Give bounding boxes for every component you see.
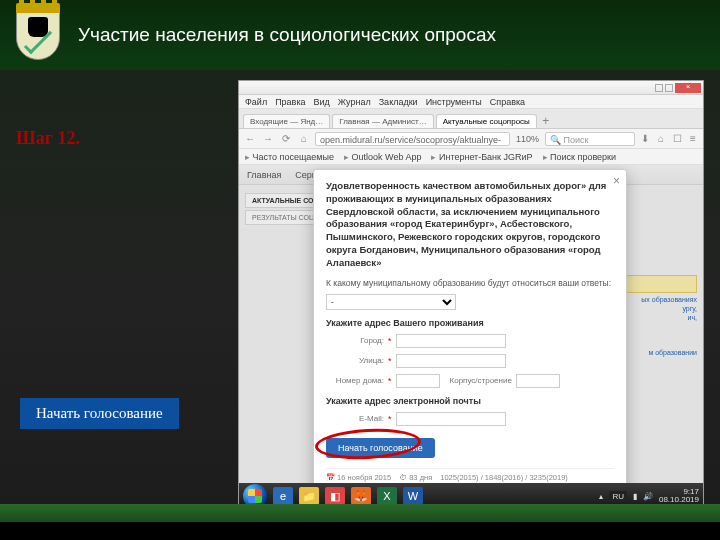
system-tray: ▴ RU ▮ 🔊 9:17 08.10.2019 xyxy=(599,488,699,504)
window-minimize-button[interactable] xyxy=(655,84,663,92)
city-input[interactable] xyxy=(396,334,506,348)
footer-date: 16 ноября 2015 xyxy=(326,473,391,482)
slide-footer xyxy=(0,504,720,522)
bookmark-item[interactable]: Outlook Web App xyxy=(344,152,421,162)
modal-title: Удовлетворенность качеством автомобильны… xyxy=(326,180,614,270)
footer-stats: 1025(2015) / 1848(2016) / 3235(2019) xyxy=(440,473,568,482)
email-heading: Укажите адрес электронной почты xyxy=(326,396,614,406)
email-label: E-Mail: xyxy=(326,414,384,423)
bookmark-item[interactable]: Поиск проверки xyxy=(543,152,617,162)
address-input[interactable]: open.midural.ru/service/socoprosy/aktual… xyxy=(315,132,510,146)
email-input[interactable] xyxy=(396,412,506,426)
menu-bookmarks[interactable]: Закладки xyxy=(379,97,418,107)
language-indicator[interactable]: RU xyxy=(609,491,627,502)
home-icon[interactable]: ⌂ xyxy=(297,132,311,146)
taskbar-ie-icon[interactable]: e xyxy=(273,487,293,505)
slide-body: Шаг 12. Начать голосование × Файл Правка… xyxy=(0,70,720,522)
municipality-select[interactable]: - xyxy=(326,294,456,310)
taskbar-word-icon[interactable]: W xyxy=(403,487,423,505)
coat-of-arms xyxy=(16,10,60,60)
search-placeholder: Поиск xyxy=(564,135,589,145)
close-icon[interactable]: × xyxy=(613,174,620,188)
window-maximize-button[interactable] xyxy=(665,84,673,92)
bookmark-item[interactable]: Интернет-Банк JGRиP xyxy=(431,152,532,162)
street-input[interactable] xyxy=(396,354,506,368)
city-label: Город: xyxy=(326,336,384,345)
menu-icon[interactable]: ≡ xyxy=(687,133,699,145)
browser-window: × Файл Правка Вид Журнал Закладки Инстру… xyxy=(238,80,704,510)
window-titlebar: × xyxy=(239,81,703,95)
taskbar-app-icon[interactable]: ◧ xyxy=(325,487,345,505)
vote-button-callout: Начать голосование xyxy=(20,398,179,429)
menu-file[interactable]: Файл xyxy=(245,97,267,107)
slide-title: Участие населения в социологических опро… xyxy=(78,24,496,46)
clock-date: 08.10.2019 xyxy=(659,496,699,504)
tray-sound-icon[interactable]: 🔊 xyxy=(643,492,653,501)
new-tab-button[interactable]: + xyxy=(539,114,553,128)
tray-network-icon[interactable]: ▮ xyxy=(633,492,637,501)
browser-tab-active[interactable]: Актуальные соцопросы xyxy=(436,114,537,128)
menu-tools[interactable]: Инструменты xyxy=(426,97,482,107)
house-input[interactable] xyxy=(396,374,440,388)
menu-edit[interactable]: Правка xyxy=(275,97,305,107)
back-icon[interactable]: ← xyxy=(243,132,257,146)
modal-footer: 16 ноября 2015 83 дня 1025(2015) / 1848(… xyxy=(326,468,614,482)
page-content: Главная Серви… АКТУАЛЬНЫЕ СОЦО РЕЗУЛЬТАТ… xyxy=(239,165,703,483)
zoom-level[interactable]: 110% xyxy=(514,134,541,144)
address-bar-row: ← → ⟳ ⌂ open.midural.ru/service/socopros… xyxy=(239,129,703,149)
bookmark-icon[interactable]: ☐ xyxy=(671,133,683,145)
house-label: Номер дома: xyxy=(326,376,384,385)
clock[interactable]: 9:17 08.10.2019 xyxy=(659,488,699,504)
slide-header: Участие населения в социологических опро… xyxy=(0,0,720,70)
taskbar-excel-icon[interactable]: X xyxy=(377,487,397,505)
address-heading: Укажите адрес Вашего проживания xyxy=(326,318,614,328)
step-label: Шаг 12. xyxy=(16,128,80,149)
building-input[interactable] xyxy=(516,374,560,388)
menu-help[interactable]: Справка xyxy=(490,97,525,107)
window-close-button[interactable]: × xyxy=(675,83,701,93)
menu-history[interactable]: Журнал xyxy=(338,97,371,107)
bookmarks-bar: Часто посещаемые Outlook Web App Интерне… xyxy=(239,149,703,165)
browser-tab[interactable]: Входящие — Янд… xyxy=(243,114,330,128)
reload-icon[interactable]: ⟳ xyxy=(279,132,293,146)
browser-tab[interactable]: Главная — Админист… xyxy=(332,114,433,128)
footer-days: 83 дня xyxy=(399,473,432,482)
modal-question: К какому муниципальному образованию буду… xyxy=(326,278,614,288)
menu-view[interactable]: Вид xyxy=(314,97,330,107)
street-label: Улица: xyxy=(326,356,384,365)
home2-icon[interactable]: ⌂ xyxy=(655,133,667,145)
download-icon[interactable]: ⬇ xyxy=(639,133,651,145)
taskbar-explorer-icon[interactable]: 📁 xyxy=(299,487,319,505)
search-input[interactable]: 🔍 Поиск xyxy=(545,132,635,146)
browser-menu-bar: Файл Правка Вид Журнал Закладки Инструме… xyxy=(239,95,703,109)
building-label: Корпус/строение xyxy=(450,376,512,385)
forward-icon[interactable]: → xyxy=(261,132,275,146)
tray-up-icon[interactable]: ▴ xyxy=(599,492,603,501)
bookmark-item[interactable]: Часто посещаемые xyxy=(245,152,334,162)
taskbar-firefox-icon[interactable]: 🦊 xyxy=(351,487,371,505)
browser-tabs: Входящие — Янд… Главная — Админист… Акту… xyxy=(239,109,703,129)
